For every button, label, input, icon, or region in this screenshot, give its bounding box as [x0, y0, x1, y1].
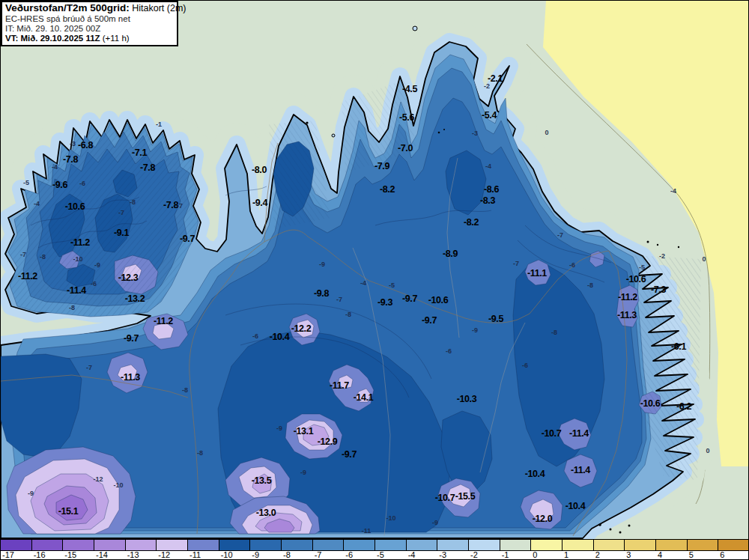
colorbar-tick-label: -9	[252, 550, 259, 559]
colorbar-cell	[313, 540, 345, 550]
valid-time: VT: Mið. 29.10.2025 11Z (+11 h)	[5, 34, 174, 43]
colorbar-cell	[219, 540, 251, 550]
colorbar-tick-label: 4	[658, 550, 662, 559]
colorbar-cell	[531, 540, 562, 550]
colorbar-cell	[1, 540, 32, 550]
colorbar-tick-label: 3	[626, 550, 631, 559]
colorbar-cell	[437, 540, 469, 550]
colorbar-tick-label: -3	[439, 550, 446, 559]
colorbar-tick-label: -11	[189, 550, 201, 559]
colorbar-tick-label: -14	[96, 550, 108, 559]
colorbar-cell	[188, 540, 219, 550]
iceland-temperature-map	[1, 1, 749, 539]
colorbar-cell	[407, 540, 438, 550]
colorbar-tick-label: -8	[283, 550, 291, 559]
colorbar-tick-label: -1	[502, 550, 509, 559]
colorbar-cell	[157, 540, 188, 550]
colorbar-cell	[344, 540, 375, 550]
colorbar-tick-label: -12	[158, 550, 170, 559]
model-info: EC-HRES spá brúuð á 500m net	[5, 14, 174, 24]
map-title: Veðurstofan/T2m 500grid: Hitakort (2m)	[5, 3, 174, 14]
colorbar-labels: -17-16-15-14-13-12-11-10-9-8-7-6-5-4-3-2…	[1, 551, 749, 560]
colorbar-cell	[625, 540, 656, 550]
temperature-colorbar	[1, 539, 749, 551]
colorbar-tick-label: 2	[595, 550, 600, 559]
colorbar-tick-label: -10	[221, 550, 233, 559]
colorbar-cell	[250, 540, 282, 550]
colorbar-cell	[94, 540, 126, 550]
colorbar-tick-label: -2	[470, 550, 478, 559]
colorbar-tick-label: -5	[377, 550, 384, 559]
colorbar-cell	[375, 540, 407, 550]
legend-box: Veðurstofan/T2m 500grid: Hitakort (2m) E…	[1, 1, 178, 46]
colorbar-cell	[656, 540, 688, 550]
colorbar-cell	[594, 540, 625, 550]
colorbar-tick-label: 1	[564, 550, 568, 559]
colorbar-cell	[469, 540, 500, 550]
colorbar-cell	[500, 540, 532, 550]
colorbar-tick-label: -15	[64, 550, 76, 559]
colorbar-tick-label: -7	[315, 550, 322, 559]
colorbar-tick-label: 6	[720, 550, 724, 559]
colorbar-cell	[562, 540, 594, 550]
weather-map-page: -4.5-2.1-5.6-5.4-6.8-7.1-7.8-7.8-7.0-7.9…	[0, 0, 749, 560]
colorbar-cell	[32, 540, 64, 550]
colorbar-tick-label: -16	[34, 550, 46, 559]
colorbar-tick-label: 5	[689, 550, 694, 559]
colorbar-cell	[282, 540, 313, 550]
colorbar-tick-label: -6	[345, 550, 353, 559]
colorbar-tick-label: -13	[127, 550, 139, 559]
colorbar-cell	[126, 540, 157, 550]
colorbar-cell	[688, 540, 719, 550]
colorbar-cell	[63, 540, 94, 550]
init-time: IT: Mið. 29. 10. 2025 00Z	[5, 24, 174, 34]
colorbar-tick-label: -17	[2, 550, 14, 559]
colorbar-tick-label: 0	[533, 550, 537, 559]
colorbar-cell	[718, 540, 749, 550]
colorbar-tick-label: -4	[408, 550, 416, 559]
